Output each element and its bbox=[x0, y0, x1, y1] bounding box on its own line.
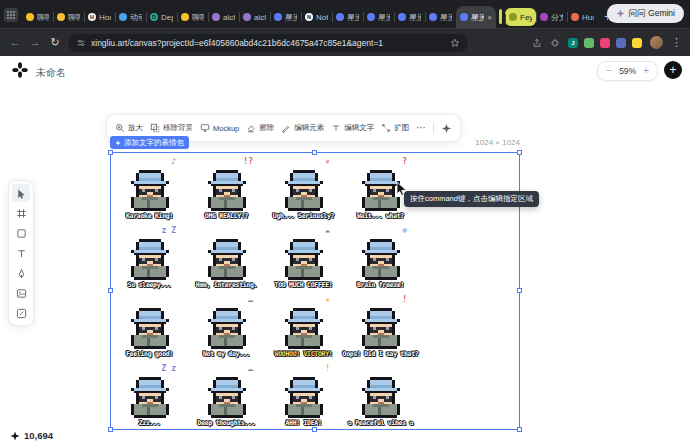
browser-tab[interactable]: HHon bbox=[84, 6, 115, 28]
browser-tab[interactable]: 星洲 bbox=[425, 6, 456, 28]
tab-favicon bbox=[398, 13, 406, 21]
toolbar-item-expand[interactable]: 扩图 bbox=[381, 123, 409, 133]
select-tool[interactable] bbox=[12, 184, 30, 202]
sticker-character bbox=[205, 377, 249, 418]
sticker-cell[interactable]: ♪ Karaoke King! bbox=[111, 153, 188, 222]
share-icon[interactable] bbox=[532, 38, 542, 48]
sticker-caption: ✿ Peaceful vibes ✿ bbox=[348, 419, 413, 427]
selection-badge: 添加文字的表情包 bbox=[110, 136, 189, 149]
sticker-cell[interactable]: ☕ TOO MUCH COFFEE! bbox=[265, 222, 342, 291]
browser-tab[interactable]: 分支 bbox=[536, 6, 567, 28]
sticker-character bbox=[205, 239, 249, 280]
credits-badge[interactable]: 10,694 bbox=[10, 430, 53, 441]
browser-tab[interactable]: DDep bbox=[146, 6, 177, 28]
toolbar-item-upscale[interactable]: 放大 bbox=[115, 123, 143, 133]
browser-tab[interactable]: 聊聊 bbox=[177, 6, 208, 28]
expand-icon bbox=[381, 123, 391, 133]
sticker-cell[interactable]: … Deep thoughts... bbox=[188, 360, 265, 429]
sticker-cell[interactable]: ! Oops! Did I say that? bbox=[342, 291, 419, 360]
extension-icon[interactable] bbox=[584, 38, 594, 48]
selection-handle[interactable] bbox=[517, 427, 522, 432]
zoom-in-button[interactable]: + bbox=[643, 66, 649, 76]
sticker-cell[interactable]: ❄ Brain freeze! bbox=[342, 222, 419, 291]
sticker-cell[interactable]: z Z So sleepy... bbox=[111, 222, 188, 291]
draw-tool[interactable] bbox=[12, 304, 30, 322]
app-logo-icon[interactable] bbox=[12, 62, 28, 78]
tab-favicon: H bbox=[88, 13, 96, 21]
address-bar: ← → ↻ xingliu.art/canvas?projectId=e6f40… bbox=[0, 28, 690, 56]
browser-tab[interactable]: 动动 bbox=[115, 6, 146, 28]
frame-tool[interactable] bbox=[12, 204, 30, 222]
sticker-character bbox=[359, 308, 403, 349]
tab-favicon bbox=[57, 13, 65, 21]
tab-overview-icon[interactable] bbox=[4, 8, 18, 22]
tab-label: 星洲 bbox=[471, 12, 484, 23]
sticker-grid[interactable]: ♪ Karaoke King!!? bbox=[111, 153, 419, 429]
browser-tab[interactable]: 星洲 bbox=[270, 6, 301, 28]
sticker-cell[interactable]: ✿ Peaceful vibes ✿ bbox=[342, 360, 419, 429]
toolbar-item-label: 编辑元素 bbox=[294, 123, 324, 133]
extension-icon[interactable] bbox=[632, 38, 642, 48]
tab-label: Hon bbox=[99, 13, 111, 22]
selection-handle[interactable] bbox=[517, 150, 522, 155]
browser-tab[interactable]: 聊聊 bbox=[53, 6, 84, 28]
pen-tool[interactable] bbox=[12, 264, 30, 282]
toolbar-item-mockup[interactable]: Mockup bbox=[200, 123, 239, 133]
bookmark-star-icon[interactable] bbox=[450, 38, 460, 48]
selection-handle[interactable] bbox=[517, 288, 522, 293]
browser-menu-button[interactable]: ⋮ bbox=[671, 36, 682, 49]
sticker-mark: Z z bbox=[162, 364, 176, 373]
shape-tool[interactable] bbox=[12, 224, 30, 242]
browser-tab[interactable]: 星洲 bbox=[332, 6, 363, 28]
reload-button[interactable]: ↻ bbox=[48, 37, 62, 48]
browser-tab[interactable]: Fey: bbox=[505, 8, 536, 26]
toolbar-item-remove-bg[interactable]: 移除背景 bbox=[150, 123, 193, 133]
profile-avatar[interactable] bbox=[650, 36, 663, 49]
toolbar-more-button[interactable]: ⋯ bbox=[416, 123, 426, 133]
browser-tab[interactable]: 星洲 bbox=[363, 6, 394, 28]
toolbar-item-edit-elements[interactable]: 编辑元素 bbox=[281, 123, 324, 133]
site-settings-icon[interactable] bbox=[76, 38, 86, 48]
zoom-out-button[interactable]: − bbox=[606, 66, 612, 76]
toolbar-sparkle-button[interactable] bbox=[441, 123, 452, 134]
ask-gemini-button[interactable]: 问问 Gemini bbox=[607, 4, 684, 23]
add-button[interactable]: + bbox=[664, 61, 682, 79]
back-button[interactable]: ← bbox=[8, 37, 22, 48]
doc-title[interactable]: 未命名 bbox=[36, 66, 66, 80]
tab-label: 分支 bbox=[551, 12, 563, 23]
tab-close-icon[interactable]: × bbox=[487, 13, 492, 22]
browser-tab[interactable]: 星洲 bbox=[394, 6, 425, 28]
browser-tab[interactable]: alch bbox=[239, 6, 270, 28]
sticker-cell[interactable]: ! AHH! IDEA! bbox=[265, 360, 342, 429]
url-bar[interactable]: xingliu.art/canvas?projectId=e6f405860ab… bbox=[68, 34, 468, 52]
image-tool[interactable] bbox=[12, 284, 30, 302]
sticker-character bbox=[128, 377, 172, 418]
sticker-character bbox=[205, 170, 249, 211]
text-tool[interactable] bbox=[12, 244, 30, 262]
selection-dimensions: 1024 × 1024 bbox=[455, 138, 520, 147]
extensions-puzzle-icon[interactable] bbox=[550, 38, 560, 48]
toolbar-item-erase[interactable]: 擦除 bbox=[246, 123, 274, 133]
sticker-cell[interactable]: Hmm, interesting. bbox=[188, 222, 265, 291]
tab-favicon bbox=[540, 13, 548, 21]
sticker-cell[interactable]: Z z Zzz... bbox=[111, 360, 188, 429]
sticker-cell[interactable]: … Not my day... bbox=[188, 291, 265, 360]
sticker-mark: ? bbox=[402, 157, 407, 166]
browser-tab[interactable]: NNot! bbox=[301, 6, 332, 28]
extension-icon[interactable] bbox=[600, 38, 610, 48]
sticker-cell[interactable]: !? OMG REALLY!? bbox=[188, 153, 265, 222]
extension-icon[interactable]: J bbox=[568, 38, 578, 48]
extension-icon[interactable] bbox=[616, 38, 626, 48]
sticker-cell[interactable]: Feeling good! bbox=[111, 291, 188, 360]
sticker-character bbox=[282, 170, 326, 211]
browser-tab[interactable]: Huo bbox=[567, 6, 598, 28]
forward-button[interactable]: → bbox=[28, 37, 42, 48]
sticker-cell[interactable]: ✳ Ugh... Seriously? bbox=[265, 153, 342, 222]
sticker-caption: Brain freeze! bbox=[357, 281, 404, 289]
sticker-cell[interactable]: ★ WOOHOO! VICTORY! bbox=[265, 291, 342, 360]
sticker-caption: TOO MUCH COFFEE! bbox=[275, 281, 333, 289]
toolbar-item-edit-text[interactable]: 编辑文字 bbox=[331, 123, 374, 133]
browser-tab[interactable]: 星洲× bbox=[456, 6, 496, 28]
browser-tab[interactable]: alch bbox=[208, 6, 239, 28]
browser-tab[interactable]: 聊聊 bbox=[22, 6, 53, 28]
